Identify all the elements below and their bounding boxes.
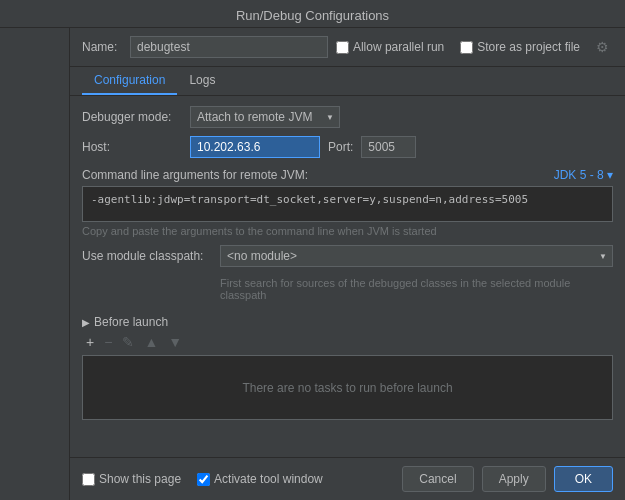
- tab-logs[interactable]: Logs: [177, 67, 227, 95]
- module-select[interactable]: <no module>: [220, 245, 613, 267]
- host-input[interactable]: [190, 136, 320, 158]
- cmd-label: Command line arguments for remote JVM:: [82, 168, 308, 182]
- before-launch-triangle[interactable]: ▶: [82, 317, 90, 328]
- debugger-mode-select-wrapper: Attach to remote JVM Listen to remote JV…: [190, 106, 340, 128]
- cmd-text-box: -agentlib:jdwp=transport=dt_socket,serve…: [82, 186, 613, 222]
- right-panel: Name: Allow parallel run Store as projec…: [70, 28, 625, 500]
- store-as-project-checkbox-label[interactable]: Store as project file: [460, 40, 580, 54]
- bottom-buttons: Cancel Apply OK: [402, 466, 613, 492]
- before-launch-label: Before launch: [94, 315, 168, 329]
- before-launch-area: There are no tasks to run before launch: [82, 355, 613, 420]
- debugger-mode-select[interactable]: Attach to remote JVM Listen to remote JV…: [190, 106, 340, 128]
- before-launch-toolbar: + − ✎ ▲ ▼: [82, 333, 613, 351]
- port-label: Port:: [328, 140, 353, 154]
- before-launch-header: ▶ Before launch: [82, 315, 613, 329]
- gear-icon[interactable]: ⚙: [596, 39, 609, 55]
- toolbar-edit-btn[interactable]: ✎: [118, 333, 138, 351]
- debugger-mode-label: Debugger mode:: [82, 110, 182, 124]
- run-debug-dialog: Run/Debug Configurations Name: Allow par…: [0, 0, 625, 500]
- main-content: Name: Allow parallel run Store as projec…: [0, 28, 625, 500]
- dialog-title: Run/Debug Configurations: [0, 0, 625, 28]
- tab-configuration[interactable]: Configuration: [82, 67, 177, 95]
- apply-button[interactable]: Apply: [482, 466, 546, 492]
- allow-parallel-checkbox[interactable]: [336, 41, 349, 54]
- title-text: Run/Debug Configurations: [236, 8, 389, 23]
- module-select-wrapper: <no module>: [220, 245, 613, 267]
- cmd-hint: Copy and paste the arguments to the comm…: [82, 225, 613, 237]
- port-input[interactable]: [361, 136, 416, 158]
- name-label: Name:: [82, 40, 122, 54]
- config-panel: Debugger mode: Attach to remote JVM List…: [70, 96, 625, 457]
- show-page-label: Show this page: [99, 472, 181, 486]
- allow-parallel-label: Allow parallel run: [353, 40, 444, 54]
- cmd-section: Command line arguments for remote JVM: J…: [82, 168, 613, 237]
- tab-logs-label: Logs: [189, 73, 215, 87]
- host-label: Host:: [82, 140, 182, 154]
- cmd-header: Command line arguments for remote JVM: J…: [82, 168, 613, 182]
- tab-configuration-label: Configuration: [94, 73, 165, 87]
- host-port-row: Host: Port:: [82, 136, 613, 158]
- store-as-project-checkbox[interactable]: [460, 41, 473, 54]
- cancel-button[interactable]: Cancel: [402, 466, 473, 492]
- activate-tool-checkbox[interactable]: [197, 473, 210, 486]
- before-launch-section: ▶ Before launch + − ✎ ▲ ▼ There are no t…: [82, 315, 613, 420]
- toolbar-add-btn[interactable]: +: [82, 333, 98, 351]
- debugger-mode-row: Debugger mode: Attach to remote JVM List…: [82, 106, 613, 128]
- module-label: Use module classpath:: [82, 249, 212, 263]
- activate-tool-label: Activate tool window: [214, 472, 323, 486]
- toolbar-down-btn[interactable]: ▼: [164, 333, 186, 351]
- toolbar-up-btn[interactable]: ▲: [140, 333, 162, 351]
- allow-parallel-checkbox-label[interactable]: Allow parallel run: [336, 40, 444, 54]
- no-tasks-text: There are no tasks to run before launch: [242, 381, 452, 395]
- show-page-checkbox[interactable]: [82, 473, 95, 486]
- module-row: Use module classpath: <no module>: [82, 245, 613, 267]
- jdk-link[interactable]: JDK 5 - 8 ▾: [554, 168, 613, 182]
- left-panel: [0, 28, 70, 500]
- tabs-row: Configuration Logs: [70, 67, 625, 96]
- name-input[interactable]: [130, 36, 328, 58]
- store-as-project-label: Store as project file: [477, 40, 580, 54]
- show-page-checkbox-label[interactable]: Show this page: [82, 472, 181, 486]
- ok-button[interactable]: OK: [554, 466, 613, 492]
- module-hint: First search for sources of the debugged…: [220, 277, 613, 301]
- options-row: Allow parallel run Store as project file…: [336, 39, 613, 55]
- toolbar-remove-btn[interactable]: −: [100, 333, 116, 351]
- bottom-bar: Show this page Activate tool window Canc…: [70, 457, 625, 500]
- activate-tool-checkbox-label[interactable]: Activate tool window: [197, 472, 323, 486]
- name-row: Name: Allow parallel run Store as projec…: [70, 28, 625, 67]
